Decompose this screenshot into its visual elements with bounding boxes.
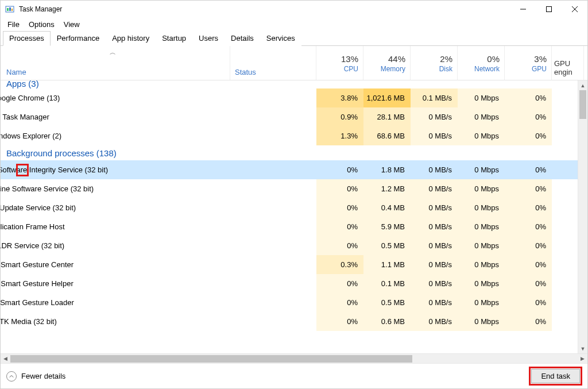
process-name-label: ASLDR Service (32 bit) bbox=[1, 241, 64, 250]
cpu-cell: 0% bbox=[316, 198, 363, 217]
end-task-button[interactable]: End task bbox=[531, 369, 580, 383]
minimize-button[interactable] bbox=[510, 1, 536, 18]
process-row[interactable]: 〉Google Chrome (13)3.8%1,021.6 MB0.1 MB/… bbox=[1, 88, 587, 107]
sort-caret-icon: ︿ bbox=[110, 48, 116, 57]
column-header-name[interactable]: ︿ Name bbox=[1, 46, 230, 80]
process-row[interactable]: 〉Adobe Genuine Software Integrity Servic… bbox=[1, 160, 587, 179]
end-task-highlight: End task bbox=[529, 367, 582, 385]
disk-cell: 0 MB/s bbox=[411, 126, 458, 145]
process-name-cell: ASUS Smart Gesture Loader bbox=[18, 298, 27, 307]
svg-rect-5 bbox=[546, 7, 551, 12]
tab-processes[interactable]: Processes bbox=[3, 31, 51, 46]
app-icon bbox=[5, 5, 14, 14]
column-header-status[interactable]: Status bbox=[230, 46, 316, 80]
column-header-memory[interactable]: 44% Memory bbox=[363, 46, 411, 80]
process-row[interactable]: Application Frame Host0%5.9 MB0 MB/s0 Mb… bbox=[1, 217, 587, 236]
tab-users[interactable]: Users bbox=[192, 31, 225, 46]
footer: Fewer details End task bbox=[1, 363, 587, 388]
process-name-cell: Windows Explorer (2) bbox=[18, 132, 27, 141]
process-row[interactable]: 〉Adobe Update Service (32 bit)0%0.4 MB0 … bbox=[1, 198, 587, 217]
disk-cell: 0 MB/s bbox=[411, 255, 458, 274]
network-cell: 0 Mbps bbox=[458, 312, 505, 331]
tab-startup[interactable]: Startup bbox=[156, 31, 192, 46]
cpu-cell: 3.8% bbox=[316, 88, 363, 107]
process-row[interactable]: 〉ASLDR Service (32 bit)0%0.5 MB0 MB/s0 M… bbox=[1, 236, 587, 255]
column-header-disk[interactable]: 2% Disk bbox=[411, 46, 458, 80]
cpu-cell: 0% bbox=[316, 236, 363, 255]
disk-cell: 0 MB/s bbox=[411, 217, 458, 236]
cpu-cell: 0.9% bbox=[316, 107, 363, 126]
disk-cell: 0 MB/s bbox=[411, 274, 458, 293]
scroll-down-icon[interactable]: ▼ bbox=[578, 344, 587, 353]
process-name-label: ASUS Smart Gesture Helper bbox=[1, 279, 74, 288]
menu-view[interactable]: View bbox=[59, 18, 84, 30]
close-button[interactable] bbox=[562, 1, 587, 18]
tab-services[interactable]: Services bbox=[260, 31, 301, 46]
memory-cell: 1.2 MB bbox=[363, 179, 411, 198]
gpu-cell: 0% bbox=[505, 179, 552, 198]
gpu-cell: 0% bbox=[505, 255, 552, 274]
disk-cell: 0 MB/s bbox=[411, 179, 458, 198]
disk-cell: 0 MB/s bbox=[411, 293, 458, 312]
vertical-scrollbar[interactable]: ▲ ▼ bbox=[578, 80, 587, 353]
hscroll-thumb[interactable] bbox=[10, 355, 412, 363]
window-title: Task Manager bbox=[19, 5, 510, 13]
memory-cell: 0.6 MB bbox=[363, 312, 411, 331]
column-header-network[interactable]: 0% Network bbox=[458, 46, 505, 80]
cpu-cell: 0% bbox=[316, 217, 363, 236]
network-cell: 0 Mbps bbox=[458, 179, 505, 198]
maximize-button[interactable] bbox=[536, 1, 562, 18]
memory-cell: 0.5 MB bbox=[363, 236, 411, 255]
disk-cell: 0 MB/s bbox=[411, 107, 458, 126]
tab-app-history[interactable]: App history bbox=[106, 31, 156, 46]
process-name-label: ASUS Smart Gesture Loader bbox=[1, 298, 74, 307]
memory-cell: 1,021.6 MB bbox=[363, 88, 411, 107]
menu-file[interactable]: File bbox=[3, 18, 24, 30]
column-header-gpu-engine[interactable]: GPU engin bbox=[552, 46, 584, 80]
gpu-cell: 0% bbox=[505, 88, 552, 107]
process-name-label: Adobe Genuine Software Service (32 bit) bbox=[1, 184, 94, 193]
gpu-cell: 0% bbox=[505, 217, 552, 236]
process-name-cell: Application Frame Host bbox=[18, 222, 27, 232]
process-row[interactable]: 〉Task Manager0.9%28.1 MB0 MB/s0 Mbps0% bbox=[1, 107, 587, 126]
process-name-cell: Adobe Genuine Software Integrity Service… bbox=[18, 165, 27, 175]
task-manager-window: Task Manager File Options View Processes… bbox=[0, 0, 588, 389]
process-row[interactable]: AATK Media (32 bit)0%0.6 MB0 MB/s0 Mbps0… bbox=[1, 312, 587, 331]
scroll-thumb[interactable] bbox=[579, 90, 586, 119]
process-row[interactable]: ASUS Smart Gesture Helper0%0.1 MB0 MB/s0… bbox=[1, 274, 587, 293]
process-name-label: Adobe Genuine Software Integrity Service… bbox=[1, 165, 108, 174]
disk-cell: 0 MB/s bbox=[411, 236, 458, 255]
process-row[interactable]: ASUS Smart Gesture Loader0%0.5 MB0 MB/s0… bbox=[1, 293, 587, 312]
gpu-cell: 0% bbox=[505, 312, 552, 331]
network-cell: 0 Mbps bbox=[458, 160, 505, 179]
network-cell: 0 Mbps bbox=[458, 274, 505, 293]
svg-rect-1 bbox=[7, 8, 9, 11]
network-cell: 0 Mbps bbox=[458, 255, 505, 274]
horizontal-scrollbar[interactable]: ◀ ▶ bbox=[1, 353, 587, 363]
network-cell: 0 Mbps bbox=[458, 293, 505, 312]
process-row[interactable]: 〉Windows Explorer (2)1.3%68.6 MB0 MB/s0 … bbox=[1, 126, 587, 145]
column-header-cpu[interactable]: 13% CPU bbox=[316, 46, 363, 80]
process-row[interactable]: ASUS Smart Gesture Center0.3%1.1 MB0 MB/… bbox=[1, 255, 587, 274]
cpu-cell: 0% bbox=[316, 312, 363, 331]
memory-cell: 0.4 MB bbox=[363, 198, 411, 217]
tab-performance[interactable]: Performance bbox=[51, 31, 106, 46]
process-name-cell: ASUS Smart Gesture Center bbox=[18, 260, 27, 269]
group-background: Background processes (138) bbox=[1, 145, 587, 160]
svg-rect-3 bbox=[11, 9, 13, 11]
scroll-right-icon[interactable]: ▶ bbox=[578, 356, 587, 361]
scroll-up-icon[interactable]: ▲ bbox=[578, 80, 587, 90]
menu-options[interactable]: Options bbox=[24, 18, 59, 30]
gpu-cell: 0% bbox=[505, 107, 552, 126]
scroll-left-icon[interactable]: ◀ bbox=[1, 356, 10, 361]
cpu-cell: 0% bbox=[316, 179, 363, 198]
process-row[interactable]: 〉Adobe Genuine Software Service (32 bit)… bbox=[1, 179, 587, 198]
column-header-gpu[interactable]: 3% GPU bbox=[505, 46, 552, 80]
process-name-label: ASUS Smart Gesture Center bbox=[1, 260, 74, 269]
fewer-details-button[interactable]: Fewer details bbox=[6, 371, 65, 382]
process-name-cell: Task Manager bbox=[18, 113, 27, 122]
tab-details[interactable]: Details bbox=[225, 31, 260, 46]
network-cell: 0 Mbps bbox=[458, 107, 505, 126]
column-header-row: ︿ Name Status 13% CPU 44% Memory 2% Disk… bbox=[1, 46, 587, 80]
memory-cell: 5.9 MB bbox=[363, 217, 411, 236]
